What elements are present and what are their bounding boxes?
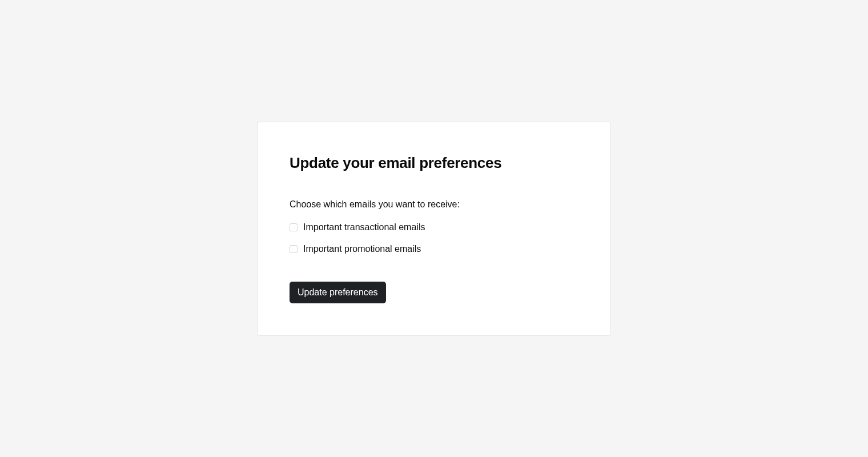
checkbox-label-promotional[interactable]: Important promotional emails	[303, 244, 421, 254]
checkbox-transactional[interactable]	[290, 223, 298, 231]
checkbox-label-transactional[interactable]: Important transactional emails	[303, 222, 425, 232]
checkbox-group: Important transactional emails Important…	[290, 222, 578, 254]
checkbox-row-promotional: Important promotional emails	[290, 244, 578, 254]
preferences-card: Update your email preferences Choose whi…	[257, 122, 611, 336]
update-preferences-button[interactable]: Update preferences	[290, 282, 386, 303]
page-title: Update your email preferences	[290, 154, 578, 172]
preferences-subtitle: Choose which emails you want to receive:	[290, 199, 578, 210]
checkbox-promotional[interactable]	[290, 245, 298, 253]
checkbox-row-transactional: Important transactional emails	[290, 222, 578, 232]
